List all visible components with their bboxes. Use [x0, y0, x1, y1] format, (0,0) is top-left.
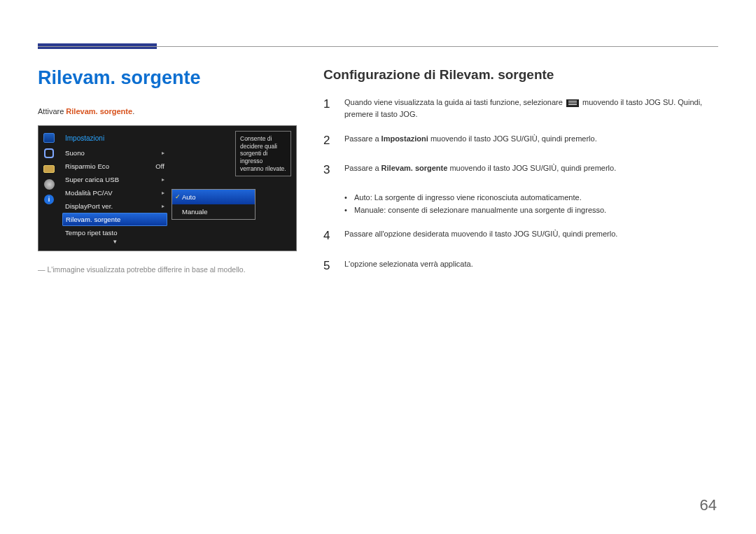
step-body: Passare a Impostazioni muovendo il tasto… — [344, 132, 718, 150]
bullet-auto: Auto: La sorgente di ingresso viene rico… — [344, 191, 718, 204]
feature-title: Rilevam. sorgente — [38, 67, 304, 89]
activate-suffix: . — [132, 107, 134, 115]
osd-item-risparmio: Risparmio EcoOff — [65, 160, 164, 173]
bullet-manuale: Manuale: consente di selezionare manualm… — [344, 204, 718, 217]
monitor-icon — [38, 130, 59, 146]
step-4: 4 Passare all'opzione desiderata muovend… — [323, 227, 718, 245]
activate-prefix: Attivare — [38, 107, 66, 115]
options-bullets: Auto: La sorgente di ingresso viene rico… — [344, 191, 718, 217]
step-5: 5 L'opzione selezionata verrà applicata. — [323, 257, 718, 275]
step-3-pre: Passare a — [344, 164, 382, 172]
osd-item-suono: Suono▸ — [65, 146, 164, 160]
step-number: 3 — [323, 161, 332, 179]
osd-submenu: Auto Manuale — [172, 189, 255, 220]
header-rule — [38, 46, 718, 47]
step-body: L'opzione selezionata verrà applicata. — [344, 257, 718, 275]
bullet-man-text: : consente di selezionare manualmente un… — [384, 206, 606, 214]
osd-sub-manuale: Manuale — [172, 204, 255, 219]
right-column: Configurazione di Rilevam. sorgente 1 Qu… — [323, 67, 718, 286]
card-icon — [38, 161, 59, 176]
step-body: Passare a Rilevam. sorgente muovendo il … — [344, 161, 718, 179]
step-body: Quando viene visualizzata la guida ai ta… — [344, 95, 718, 120]
steps-list-cont: 4 Passare all'opzione desiderata muovend… — [323, 227, 718, 275]
step-1: 1 Quando viene visualizzata la guida ai … — [323, 95, 718, 120]
osd-item-rilevam-selected: Rilevam. sorgente — [62, 213, 167, 226]
step-2-pre: Passare a — [344, 134, 382, 143]
osd-item-dp: DisplayPort ver.▸ — [65, 199, 164, 213]
step-3: 3 Passare a Rilevam. sorgente muovendo i… — [323, 161, 718, 179]
step-3-bold: Rilevam. sorgente — [382, 164, 448, 172]
ring-icon — [38, 146, 59, 161]
page-number: 64 — [700, 496, 717, 514]
step-3-post: muovendo il tasto JOG SU/GIÙ, quindi pre… — [447, 164, 616, 172]
info-icon: i — [38, 192, 59, 207]
osd-item-usb: Super carica USB▸ — [65, 173, 164, 186]
osd-sidebar-icons: i — [38, 130, 59, 246]
steps-list: 1 Quando viene visualizzata la guida ai … — [323, 95, 718, 180]
config-title: Configurazione di Rilevam. sorgente — [323, 67, 718, 83]
osd-scroll-down-icon: ▾ — [65, 238, 164, 245]
activate-strong: Rilevam. sorgente — [66, 107, 132, 115]
bullet-auto-label: Auto — [354, 193, 370, 202]
step-2-post: muovendo il tasto JOG SU/GIÙ, quindi pre… — [428, 134, 597, 143]
gear-icon — [38, 176, 59, 192]
step-number: 2 — [323, 132, 332, 150]
step-number: 1 — [323, 95, 332, 120]
step-number: 4 — [323, 227, 332, 245]
image-note: L'immagine visualizzata potrebbe differi… — [38, 265, 304, 274]
bullet-auto-text: : La sorgente di ingresso viene riconosc… — [370, 193, 582, 202]
osd-tooltip: Consente di decidere quali sorgenti di i… — [235, 131, 291, 176]
left-column: Rilevam. sorgente Attivare Rilevam. sorg… — [38, 67, 304, 286]
step-2: 2 Passare a Impostazioni muovendo il tas… — [323, 132, 718, 150]
step-1-pre: Quando viene visualizzata la guida ai ta… — [344, 98, 565, 106]
menu-icon — [566, 99, 579, 107]
activate-text: Attivare Rilevam. sorgente. — [38, 107, 304, 115]
step-2-bold: Impostazioni — [382, 134, 428, 143]
osd-sub-auto-selected: Auto — [172, 190, 255, 204]
bullet-man-label: Manuale — [354, 206, 384, 214]
osd-menu-title: Impostazioni — [65, 132, 164, 146]
osd-item-pcav: Modalità PC/AV▸ — [65, 186, 164, 199]
step-body: Passare all'opzione desiderata muovendo … — [344, 227, 718, 245]
osd-screenshot: i Impostazioni Suono▸ Risparmio EcoOff S… — [38, 125, 297, 251]
step-number: 5 — [323, 257, 332, 275]
osd-main-menu: Impostazioni Suono▸ Risparmio EcoOff Sup… — [59, 130, 172, 246]
